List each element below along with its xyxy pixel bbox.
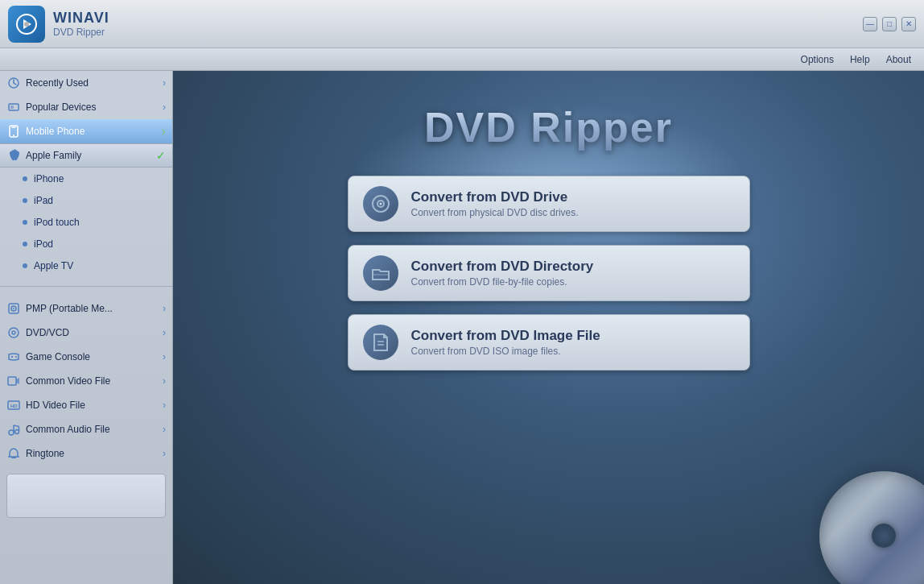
mobile-phone-icon xyxy=(6,124,21,139)
app-title-sub: DVD Ripper xyxy=(53,27,109,38)
svg-rect-4 xyxy=(10,106,14,109)
hd-video-icon: HD xyxy=(6,398,21,412)
subitem-label: iPod xyxy=(34,238,53,250)
sidebar-item-pmp[interactable]: PMP (Portable Me... › xyxy=(0,296,172,321)
subitem-dot xyxy=(23,198,27,203)
sidebar-item-recently-used[interactable]: Recently Used › xyxy=(0,71,172,95)
sidebar-item-label: Common Audio File xyxy=(26,424,110,435)
subitem-label: iPhone xyxy=(34,173,64,184)
sidebar-item-game-console[interactable]: Game Console › xyxy=(0,345,172,369)
dvd-drive-title: Convert from DVD Drive xyxy=(411,189,579,205)
sidebar-item-hd-video[interactable]: HD HD Video File › xyxy=(0,393,172,417)
content-area: DVD Ripper Convert from DVD Drive Conver… xyxy=(173,71,924,584)
sidebar-subitem-iphone[interactable]: iPhone xyxy=(0,168,172,189)
dvd-image-icon xyxy=(363,325,398,360)
sidebar-item-label: HD Video File xyxy=(26,400,85,411)
app-title: WINAVI DVD Ripper xyxy=(53,10,109,38)
about-menu[interactable]: About xyxy=(886,54,911,65)
sidebar-item-mobile-phone[interactable]: Mobile Phone › xyxy=(0,119,172,143)
subitem-label: iPad xyxy=(34,195,53,206)
dvd-drive-desc: Convert from physical DVD disc drives. xyxy=(411,207,579,218)
help-menu[interactable]: Help xyxy=(850,54,870,65)
subitem-dot xyxy=(23,242,27,246)
sidebar-item-apple-family[interactable]: Apple Family ✓ xyxy=(0,143,172,168)
pmp-arrow: › xyxy=(163,303,166,314)
sidebar-item-ringtone[interactable]: Ringtone › xyxy=(0,441,172,466)
minimize-button[interactable]: — xyxy=(863,17,877,31)
subitem-label: iPod touch xyxy=(34,217,80,228)
dvd-vcd-icon xyxy=(6,325,21,340)
subitem-dot xyxy=(23,176,27,181)
svg-point-12 xyxy=(12,331,15,334)
sidebar-item-label: Common Video File xyxy=(26,375,110,387)
dvd-disc-decoration xyxy=(819,471,924,584)
dvd-drive-icon xyxy=(363,186,398,222)
common-video-arrow: › xyxy=(163,375,166,387)
mobile-phone-arrow: › xyxy=(162,124,166,139)
main-layout: Recently Used › Popular Devices › xyxy=(0,71,924,584)
ringtone-arrow: › xyxy=(163,448,166,459)
dvd-image-title: Convert from DVD Image File xyxy=(411,328,600,344)
sidebar-item-dvd-vcd[interactable]: DVD/VCD › xyxy=(0,321,172,345)
subitem-dot xyxy=(23,263,27,268)
close-button[interactable]: ✕ xyxy=(901,17,916,31)
recently-used-arrow: › xyxy=(163,77,166,89)
sidebar-divider xyxy=(0,286,172,287)
sidebar-subitem-apple-tv[interactable]: Apple TV xyxy=(0,255,172,276)
menubar: Options Help About xyxy=(0,48,924,71)
svg-point-6 xyxy=(13,135,14,136)
titlebar-controls: — □ ✕ xyxy=(863,17,916,31)
sidebar-item-common-audio[interactable]: Common Audio File › xyxy=(0,417,172,441)
sidebar-item-label: Mobile Phone xyxy=(26,126,85,137)
maximize-button[interactable]: □ xyxy=(882,17,897,31)
sidebar-item-label: PMP (Portable Me... xyxy=(26,303,113,314)
svg-point-27 xyxy=(379,203,382,205)
subitem-dot xyxy=(23,220,27,225)
sidebar-subitem-ipod-touch[interactable]: iPod touch xyxy=(0,211,172,233)
svg-point-1 xyxy=(24,22,29,27)
svg-line-22 xyxy=(14,425,19,427)
svg-rect-16 xyxy=(8,377,16,385)
titlebar: WINAVI DVD Ripper — □ ✕ xyxy=(0,0,924,48)
dvd-image-desc: Convert from DVD ISO image files. xyxy=(411,346,600,357)
common-audio-arrow: › xyxy=(163,424,166,435)
app-title-main: WINAVI xyxy=(53,10,109,27)
svg-point-15 xyxy=(15,356,17,358)
game-console-icon xyxy=(6,350,21,364)
convert-dvd-directory-button[interactable]: Convert from DVD Directory Convert from … xyxy=(348,245,750,301)
popular-devices-arrow: › xyxy=(163,101,166,113)
dvd-drive-text: Convert from DVD Drive Convert from phys… xyxy=(411,189,579,218)
hd-video-arrow: › xyxy=(163,400,166,411)
convert-dvd-image-button[interactable]: Convert from DVD Image File Convert from… xyxy=(348,314,750,371)
common-audio-icon xyxy=(6,422,21,437)
pmp-icon xyxy=(6,301,21,316)
sidebar-subitem-ipod[interactable]: iPod xyxy=(0,233,172,255)
sidebar-item-common-video[interactable]: Common Video File › xyxy=(0,369,172,393)
sidebar-item-label: Recently Used xyxy=(26,77,89,89)
sidebar-bottom-area xyxy=(6,474,166,518)
recently-used-icon xyxy=(6,76,21,90)
game-console-arrow: › xyxy=(163,351,166,362)
dvd-directory-text: Convert from DVD Directory Convert from … xyxy=(411,259,594,288)
svg-point-11 xyxy=(9,328,19,338)
apple-icon xyxy=(6,148,21,163)
ringtone-icon xyxy=(6,446,21,461)
action-buttons: Convert from DVD Drive Convert from phys… xyxy=(348,176,750,371)
dvd-title: DVD Ripper xyxy=(424,103,673,151)
dvd-vcd-arrow: › xyxy=(163,327,166,338)
sidebar-spacer xyxy=(0,276,172,283)
titlebar-left: WINAVI DVD Ripper xyxy=(8,6,109,43)
popular-devices-icon xyxy=(6,100,21,114)
sidebar-item-popular-devices[interactable]: Popular Devices › xyxy=(0,95,172,119)
svg-point-10 xyxy=(13,308,14,309)
options-menu[interactable]: Options xyxy=(801,54,834,65)
dvd-directory-desc: Convert from DVD file-by-file copies. xyxy=(411,276,594,288)
svg-point-19 xyxy=(9,430,14,435)
convert-dvd-drive-button[interactable]: Convert from DVD Drive Convert from phys… xyxy=(348,176,750,232)
apple-family-label: Apple Family xyxy=(26,150,81,161)
apple-family-check: ✓ xyxy=(156,149,166,162)
common-video-icon xyxy=(6,374,21,388)
sidebar-spacer xyxy=(0,290,172,296)
sidebar-subitem-ipad[interactable]: iPad xyxy=(0,189,172,211)
app-logo xyxy=(8,6,45,43)
